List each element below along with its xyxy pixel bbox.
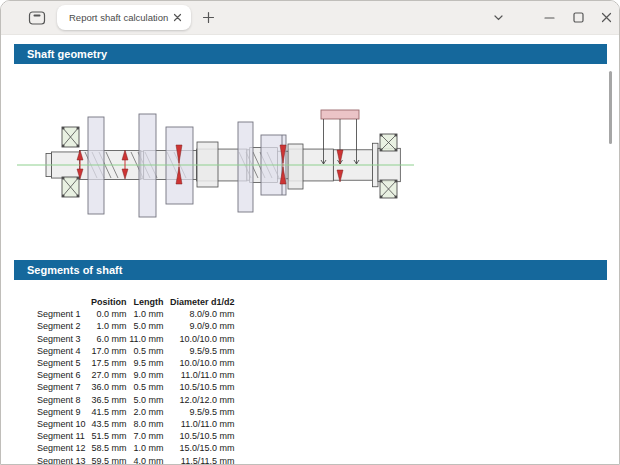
bearing-corner xyxy=(62,127,64,129)
table-row: Segment 1359.5 mm4.0 mm11.5/11.5 mm xyxy=(37,455,235,465)
close-button[interactable] xyxy=(600,11,613,24)
maximize-button[interactable] xyxy=(572,11,585,24)
bearing-corner xyxy=(62,145,64,147)
distributed-load xyxy=(321,110,359,119)
col-header-blank xyxy=(37,296,91,308)
bearing-corner xyxy=(380,134,382,136)
table-row: Segment 1043.5 mm8.0 mm11.0/11.0 mm xyxy=(37,418,235,430)
chevron-down-icon[interactable] xyxy=(492,11,505,24)
col-header-position: Position xyxy=(91,296,127,308)
bearing-corner xyxy=(77,145,79,147)
mounted-disk xyxy=(238,122,253,212)
bearing-corner xyxy=(77,127,79,129)
table-row: Segment 736.0 mm0.5 mm10.5/10.5 mm xyxy=(37,381,235,393)
table-row: Segment 836.5 mm5.0 mm12.0/12.0 mm xyxy=(37,394,235,406)
section-header-segments-of-shaft: Segments of shaft xyxy=(14,260,607,280)
table-row: Segment 21.0 mm5.0 mm9.0/9.0 mm xyxy=(37,320,235,332)
col-header-diameter: Diameter d1/d2 xyxy=(164,296,235,308)
table-row: Segment 10.0 mm1.0 mm8.0/9.0 mm xyxy=(37,308,235,320)
segments-table: Position Length Diameter d1/d2 Segment 1… xyxy=(37,296,235,465)
table-header-row: Position Length Diameter d1/d2 xyxy=(37,296,235,308)
tab-title: Report shaft calculation xyxy=(57,12,173,23)
bearing-corner xyxy=(77,195,79,197)
browser-tab[interactable]: Report shaft calculation xyxy=(57,5,191,30)
table-row: Segment 627.0 mm9.0 mm11.0/11.0 mm xyxy=(37,369,235,381)
sleeve xyxy=(288,144,303,189)
bearing-corner xyxy=(395,149,397,151)
bearing-corner xyxy=(395,180,397,182)
new-tab-icon[interactable] xyxy=(202,11,215,24)
bearing-corner xyxy=(380,149,382,151)
table-row: Segment 36.0 mm11.0 mm10.0/10.0 mm xyxy=(37,333,235,345)
table-row: Segment 941.5 mm2.0 mm9.5/9.5 mm xyxy=(37,406,235,418)
bearing-corner xyxy=(62,177,64,179)
bearing-corner xyxy=(62,195,64,197)
bearing-corner xyxy=(395,196,397,198)
bearing-corner xyxy=(380,180,382,182)
bearing-corner xyxy=(77,177,79,179)
report-content: Shaft geometry Segments of shaft Positio… xyxy=(1,44,619,465)
app-window: Report shaft calculation Shaft geome xyxy=(0,0,620,465)
tab-overview-icon[interactable] xyxy=(28,10,46,26)
col-header-length: Length xyxy=(127,296,164,308)
table-row: Segment 417.0 mm0.5 mm9.5/9.5 mm xyxy=(37,345,235,357)
vertical-scrollbar-thumb[interactable] xyxy=(609,71,612,144)
minimize-button[interactable] xyxy=(543,11,556,24)
bearing-corner xyxy=(395,134,397,136)
table-row: Segment 1258.5 mm1.0 mm15.0/15.0 mm xyxy=(37,442,235,454)
bearing-corner xyxy=(380,196,382,198)
table-row: Segment 1151.5 mm7.0 mm10.5/10.5 mm xyxy=(37,430,235,442)
shaft-drawing xyxy=(1,94,620,224)
tab-close-icon[interactable] xyxy=(173,13,182,22)
titlebar: Report shaft calculation xyxy=(1,1,619,35)
segments-table-body: Segment 10.0 mm1.0 mm8.0/9.0 mmSegment 2… xyxy=(37,308,235,465)
table-row: Segment 517.5 mm9.5 mm10.0/10.0 mm xyxy=(37,357,235,369)
section-header-shaft-geometry: Shaft geometry xyxy=(14,44,607,64)
